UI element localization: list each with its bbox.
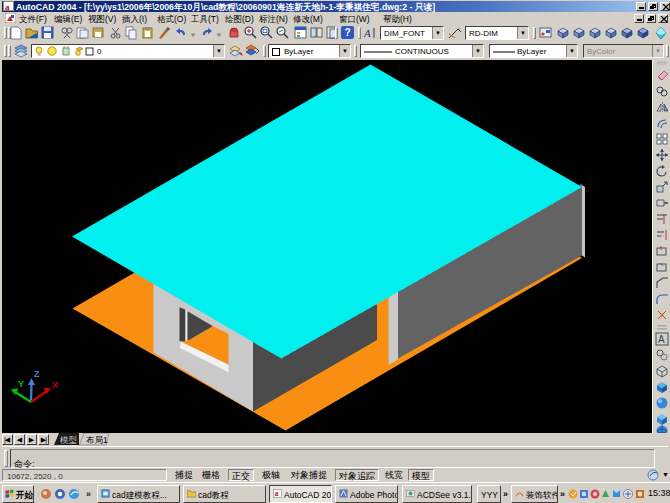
svg-text:模型: 模型 xyxy=(59,435,78,445)
svg-text:Z: Z xyxy=(34,369,40,379)
svg-text:A: A xyxy=(363,27,371,39)
svg-text:a: a xyxy=(275,490,279,498)
svg-text:»: » xyxy=(86,489,91,499)
svg-text:?: ? xyxy=(344,27,350,38)
svg-text:布局1: 布局1 xyxy=(86,435,108,445)
svg-text:Y: Y xyxy=(18,379,24,389)
svg-text:A: A xyxy=(658,334,665,345)
svg-text:X: X xyxy=(52,380,58,390)
